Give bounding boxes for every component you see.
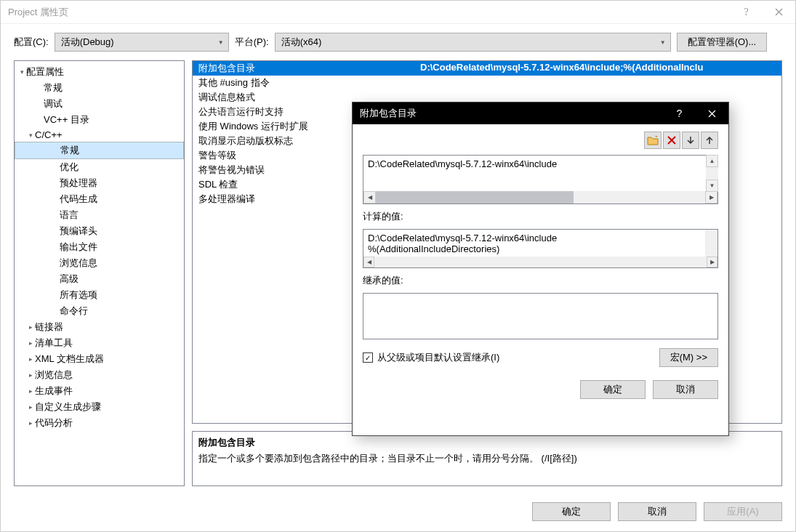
tree-item-label: 优化 bbox=[60, 161, 79, 174]
expand-icon[interactable]: ▸ bbox=[26, 323, 35, 331]
scroll-thumb[interactable] bbox=[376, 191, 574, 203]
expand-icon[interactable]: ▾ bbox=[17, 68, 26, 76]
expand-spacer: ▸ bbox=[51, 275, 60, 283]
close-button[interactable] bbox=[763, 1, 795, 24]
property-row[interactable]: 附加包含目录D:\CodeRelated\mysql-5.7.12-winx64… bbox=[193, 61, 781, 76]
entries-list[interactable]: D:\CodeRelated\mysql-5.7.12-winx64\inclu… bbox=[363, 155, 718, 204]
scroll-right-icon[interactable]: ▶ bbox=[707, 257, 717, 267]
expand-spacer: ▸ bbox=[35, 84, 44, 92]
tree-item[interactable]: ▸调试 bbox=[15, 96, 184, 112]
tree-item-label: 命令行 bbox=[60, 305, 88, 318]
tree-item[interactable]: ▸输出文件 bbox=[15, 239, 184, 255]
config-combo[interactable]: 活动(Debug) ▼ bbox=[55, 33, 229, 52]
tree-item-label: 清单工具 bbox=[35, 336, 73, 350]
popup-close-button[interactable] bbox=[696, 102, 728, 124]
tree-item[interactable]: ▸常规 bbox=[15, 142, 184, 159]
config-label: 配置(C): bbox=[14, 36, 49, 49]
tree-item-label: 常规 bbox=[60, 144, 79, 157]
chevron-down-icon: ▼ bbox=[218, 39, 224, 46]
tree-item[interactable]: ▸常规 bbox=[15, 80, 184, 96]
scroll-right-icon[interactable]: ▶ bbox=[705, 191, 717, 203]
tree-item[interactable]: ▸代码生成 bbox=[15, 191, 184, 207]
tree-item[interactable]: ▸代码分析 bbox=[15, 415, 184, 431]
inherit-checkbox[interactable]: ✓ 从父级或项目默认设置继承(I) bbox=[363, 351, 499, 364]
checkbox-icon: ✓ bbox=[363, 352, 373, 363]
move-up-button[interactable] bbox=[701, 132, 718, 149]
tree-item[interactable]: ▸语言 bbox=[15, 207, 184, 223]
expand-icon[interactable]: ▸ bbox=[26, 355, 35, 363]
delete-button[interactable] bbox=[663, 132, 680, 149]
tree-item[interactable]: ▸高级 bbox=[15, 271, 184, 287]
v-scrollbar-computed[interactable] bbox=[705, 230, 717, 257]
expand-spacer: ▸ bbox=[51, 196, 60, 203]
h-scrollbar[interactable]: ◀ ▶ bbox=[363, 191, 717, 203]
tree-item[interactable]: ▸清单工具 bbox=[15, 335, 184, 351]
tree-item[interactable]: ▸预编译头 bbox=[15, 223, 184, 239]
config-toolbar: 配置(C): 活动(Debug) ▼ 平台(P): 活动(x64) ▼ 配置管理… bbox=[1, 24, 795, 60]
tree-item[interactable]: ▸命令行 bbox=[15, 303, 184, 319]
help-button[interactable]: ? bbox=[730, 1, 763, 24]
scroll-up-icon[interactable]: ▲ bbox=[706, 155, 718, 167]
v-scrollbar[interactable]: ▲ ▼ bbox=[706, 155, 718, 192]
move-down-button[interactable] bbox=[682, 132, 699, 149]
tree-item[interactable]: ▸预处理器 bbox=[15, 175, 184, 191]
popup-footer: 确定 取消 bbox=[363, 376, 718, 399]
scroll-left-icon[interactable]: ◀ bbox=[363, 191, 376, 203]
window-title: Project 属性页 bbox=[8, 6, 730, 19]
tree-item[interactable]: ▾C/C++ bbox=[15, 128, 184, 142]
folder-icon bbox=[647, 135, 659, 145]
tree-item[interactable]: ▸浏览信息 bbox=[15, 255, 184, 271]
tree-item[interactable]: ▸XML 文档生成器 bbox=[15, 351, 184, 367]
expand-icon[interactable]: ▸ bbox=[26, 371, 35, 379]
tree-item[interactable]: ▸链接器 bbox=[15, 319, 184, 335]
dialog-footer: 确定 取消 应用(A) bbox=[1, 495, 795, 531]
scroll-track[interactable] bbox=[374, 257, 707, 267]
titlebar: Project 属性页 ? bbox=[1, 1, 795, 24]
new-folder-button[interactable] bbox=[644, 132, 662, 149]
tree-item-label: 浏览信息 bbox=[35, 368, 73, 382]
tree-item[interactable]: ▸自定义生成步骤 bbox=[15, 399, 184, 415]
h-scrollbar-computed[interactable]: ◀ ▶ bbox=[363, 257, 717, 267]
tree-item-label: 常规 bbox=[44, 81, 63, 94]
popup-toolbar bbox=[363, 132, 718, 149]
expand-spacer: ▸ bbox=[51, 180, 60, 187]
entry-row[interactable]: D:\CodeRelated\mysql-5.7.12-winx64\inclu… bbox=[368, 158, 713, 169]
tree-item[interactable]: ▸浏览信息 bbox=[15, 367, 184, 383]
scroll-track-v[interactable] bbox=[706, 167, 718, 180]
popup-cancel-button[interactable]: 取消 bbox=[653, 380, 718, 399]
tree-item-label: 语言 bbox=[60, 209, 79, 222]
scroll-down-icon[interactable]: ▼ bbox=[706, 180, 718, 192]
expand-icon[interactable]: ▸ bbox=[26, 403, 35, 411]
scroll-track[interactable] bbox=[376, 191, 705, 203]
expand-icon[interactable]: ▸ bbox=[26, 419, 35, 427]
popup-ok-button[interactable]: 确定 bbox=[580, 380, 646, 399]
tree-item[interactable]: ▸优化 bbox=[15, 159, 184, 175]
tree-item[interactable]: ▸生成事件 bbox=[15, 383, 184, 399]
close-icon bbox=[775, 8, 783, 16]
expand-icon[interactable]: ▸ bbox=[26, 339, 35, 347]
property-value: D:\CodeRelated\mysql-5.7.12-winx64\inclu… bbox=[420, 62, 703, 75]
ok-button[interactable]: 确定 bbox=[532, 502, 611, 521]
expand-spacer: ▸ bbox=[51, 291, 60, 299]
expand-spacer: ▸ bbox=[51, 243, 60, 251]
nav-tree[interactable]: ▾配置属性▸常规▸调试▸VC++ 目录▾C/C++▸常规▸优化▸预处理器▸代码生… bbox=[14, 60, 185, 486]
macro-button[interactable]: 宏(M) >> bbox=[659, 348, 718, 367]
expand-icon[interactable]: ▾ bbox=[26, 132, 35, 139]
expand-icon[interactable]: ▸ bbox=[26, 387, 35, 395]
inherited-values-box bbox=[363, 293, 718, 339]
tree-item[interactable]: ▸VC++ 目录 bbox=[15, 112, 184, 128]
tree-item[interactable]: ▾配置属性 bbox=[15, 64, 184, 80]
platform-label: 平台(P): bbox=[235, 36, 269, 49]
tree-item-label: 链接器 bbox=[35, 321, 63, 334]
property-row[interactable]: 其他 #using 指令 bbox=[193, 76, 781, 90]
cancel-button[interactable]: 取消 bbox=[618, 502, 696, 521]
tree-item-label: 高级 bbox=[60, 273, 79, 286]
computed-values-box: D:\CodeRelated\mysql-5.7.12-winx64\inclu… bbox=[363, 229, 718, 268]
popup-help-button[interactable]: ? bbox=[663, 102, 696, 124]
titlebar-buttons: ? bbox=[730, 1, 795, 24]
tree-item[interactable]: ▸所有选项 bbox=[15, 287, 184, 303]
apply-button[interactable]: 应用(A) bbox=[704, 502, 782, 521]
scroll-left-icon[interactable]: ◀ bbox=[363, 257, 374, 267]
platform-combo[interactable]: 活动(x64) ▼ bbox=[275, 33, 671, 52]
config-manager-button[interactable]: 配置管理器(O)... bbox=[677, 33, 768, 52]
